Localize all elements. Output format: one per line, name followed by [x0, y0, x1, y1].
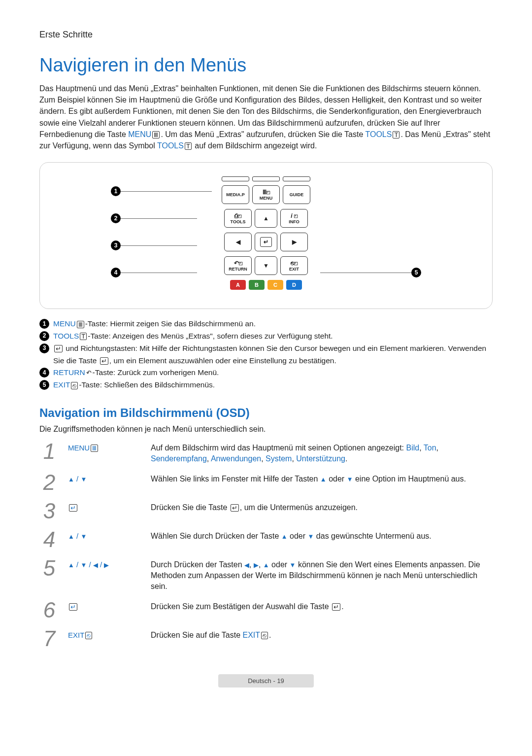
step-desc: Drücken Sie zum Bestätigen der Auswahl d…: [151, 599, 493, 612]
color-b-button: B: [249, 280, 265, 290]
exit-icon: ⎋: [71, 382, 78, 389]
step-desc: Durch Drücken der Tasten ◀, ▶, ▲ oder ▼ …: [151, 557, 493, 592]
step-number: 6: [39, 599, 59, 621]
step-desc: Auf dem Bildschirm wird das Hauptmenü mi…: [151, 441, 493, 465]
guide-button: GUIDE: [283, 185, 310, 204]
tools-button: ⎙⏍TOOLS: [224, 209, 252, 228]
step-icon-enter: ↵: [68, 599, 142, 611]
tools-icon: T: [185, 142, 192, 150]
tools-icon: T: [80, 333, 87, 340]
step-icon-updown: ▲ / ▼: [68, 472, 142, 483]
enter-button: ↵: [255, 233, 277, 251]
page-title: Navigieren in den Menüs: [39, 55, 493, 76]
exit-button: ⎋⏍EXIT: [280, 256, 308, 275]
color-a-button: A: [230, 280, 246, 290]
callout-5: 5: [411, 268, 421, 277]
remote-control: MEDIA.P Ⅲ⏍MENU GUIDE ⎙⏍TOOLS ▲ i ⏍INFO ◀…: [214, 172, 318, 300]
step-icon-menu: MENUⅢ: [68, 441, 142, 452]
step-number: 2: [39, 472, 59, 493]
color-d-button: D: [286, 280, 302, 290]
page-footer: Deutsch - 19: [39, 674, 493, 687]
osd-intro: Die Zugriffsmethoden können je nach Menü…: [39, 425, 493, 434]
return-icon: ↶: [86, 368, 92, 378]
enter-icon: ↵: [54, 345, 63, 352]
tools-icon: T: [393, 131, 399, 138]
callout-1: 1: [111, 186, 121, 196]
right-button: ▶: [280, 233, 308, 251]
enter-icon: ↵: [100, 357, 108, 365]
left-button: ◀: [224, 233, 252, 251]
osd-steps: 1 MENUⅢ Auf dem Bildschirm wird das Haup…: [39, 441, 493, 650]
step-icon-all-arrows: ▲ / ▼ / ◀ / ▶: [68, 557, 142, 569]
callout-4: 4: [111, 268, 121, 277]
section-label: Erste Schritte: [39, 30, 493, 40]
step-desc: Drücken Sie auf die Taste EXIT⎋.: [151, 628, 493, 641]
return-button: ↶⏍RETURN: [224, 256, 252, 275]
step-desc: Wählen Sie durch Drücken der Taste ▲ ode…: [151, 529, 493, 542]
intro-paragraph: Das Hauptmenü und das Menü „Extras" bein…: [39, 83, 493, 151]
menu-button: Ⅲ⏍MENU: [252, 185, 280, 204]
up-button: ▲: [255, 209, 277, 228]
menu-icon: Ⅲ: [77, 321, 84, 328]
step-icon-exit: EXIT⎋: [68, 628, 142, 640]
step-icon-updown: ▲ / ▼: [68, 529, 142, 540]
info-button: i ⏍INFO: [280, 209, 308, 228]
menu-icon: Ⅲ: [152, 131, 160, 138]
step-number: 3: [39, 500, 59, 522]
step-number: 4: [39, 529, 59, 550]
legend: 1MENUⅢ-Taste: Hiermit zeigen Sie das Bil…: [39, 318, 493, 391]
tools-key: TOOLS: [365, 130, 392, 138]
color-c-button: C: [267, 280, 283, 290]
callout-3: 3: [111, 241, 121, 250]
step-desc: Wählen Sie links im Fenster mit Hilfe de…: [151, 472, 493, 484]
menu-key: MENU: [128, 130, 151, 138]
step-icon-enter: ↵: [68, 500, 142, 512]
page-number: Deutsch - 19: [218, 674, 314, 687]
step-number: 5: [39, 557, 59, 579]
tools-key-2: TOOLS: [157, 141, 184, 150]
step-desc: Drücken Sie die Taste ↵, um die Untermen…: [151, 500, 493, 513]
callout-2: 2: [111, 213, 121, 223]
step-number: 1: [39, 441, 59, 462]
media-p-button: MEDIA.P: [222, 185, 249, 204]
step-number: 7: [39, 628, 59, 650]
remote-diagram: 1 2 3 4 MEDIA.P Ⅲ⏍MENU GUIDE ⎙⏍TOOLS ▲ i…: [39, 162, 493, 309]
down-button: ▼: [255, 256, 277, 275]
osd-heading: Navigation im Bildschirmmenü (OSD): [39, 406, 493, 420]
